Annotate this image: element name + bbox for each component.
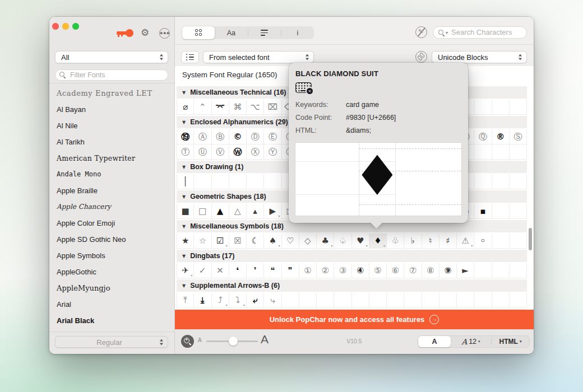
collapse-triangle-icon[interactable]: ▼ xyxy=(182,90,186,95)
char-cell[interactable]: │ xyxy=(177,174,194,189)
font-source-dropdown[interactable]: From selected font xyxy=(203,51,314,63)
char-cell[interactable]: ⑤ xyxy=(369,263,387,278)
char-cell[interactable]: Ⓧ xyxy=(247,144,264,159)
char-cell[interactable]: ⤒ xyxy=(177,293,194,307)
char-cell[interactable]: ◦ xyxy=(474,234,492,248)
close-button[interactable] xyxy=(52,23,59,30)
popchar-key-icon[interactable] xyxy=(117,29,133,38)
char-cell[interactable]: ⌤ xyxy=(212,100,229,114)
char-cell[interactable]: Ⓢ xyxy=(510,129,527,144)
char-cell[interactable]: ✓ xyxy=(194,263,211,278)
char-cell[interactable]: ⌘ xyxy=(229,100,247,114)
char-cell[interactable]: ✕ xyxy=(212,263,229,278)
font-list-item[interactable]: Apple SD Gothic Neo xyxy=(49,231,174,248)
char-cell[interactable]: Ⓔ xyxy=(264,129,281,144)
char-cell[interactable]: ☆ xyxy=(194,234,211,248)
char-cell[interactable]: ⤴▾ xyxy=(212,293,229,307)
font-list-item[interactable]: American Typewriter xyxy=(49,150,174,166)
char-cell[interactable]: ⌃ xyxy=(194,100,211,114)
char-cell[interactable]: ♡ xyxy=(282,234,299,248)
char-cell[interactable]: © xyxy=(229,129,247,144)
char-cell[interactable]: ⑲ xyxy=(177,129,194,144)
char-cell[interactable]: ⤷ xyxy=(264,293,281,307)
char-cell[interactable]: ♭ xyxy=(404,234,422,248)
char-cell[interactable]: ♠▾ xyxy=(264,234,281,248)
char-cell[interactable]: ♤ xyxy=(334,234,351,248)
char-cell[interactable]: ⌧ xyxy=(264,100,281,114)
char-cell[interactable]: ⌥ xyxy=(247,100,264,114)
char-cell[interactable]: ⌀ xyxy=(177,100,194,114)
char-cell[interactable]: ☒ xyxy=(229,234,247,248)
char-cell[interactable]: ☑▾ xyxy=(212,234,229,248)
font-list-item[interactable]: Arial Black xyxy=(49,312,174,329)
section-header[interactable]: ▼Supplemental Arrows-B (6) xyxy=(177,279,527,292)
tab-font-size[interactable]: A 12 ▾ xyxy=(451,336,491,347)
char-cell[interactable]: ♣▾ xyxy=(317,234,334,248)
collapse-triangle-icon[interactable]: ▼ xyxy=(182,283,186,288)
char-cell[interactable]: Ⓐ xyxy=(194,129,211,144)
unlock-banner[interactable]: Unlock PopChar now and access all featur… xyxy=(175,310,534,329)
font-list-item[interactable]: Al Tarikh xyxy=(49,134,174,150)
char-cell[interactable]: ♮ xyxy=(422,234,439,248)
char-cell[interactable]: ④ xyxy=(352,263,369,278)
char-cell[interactable]: ① xyxy=(299,263,317,278)
char-cell[interactable]: ® xyxy=(492,129,510,144)
char-cell[interactable]: Ⓑ xyxy=(212,129,229,144)
font-list-item[interactable]: Al Bayan xyxy=(49,101,174,118)
collapse-triangle-icon[interactable]: ▼ xyxy=(182,120,186,125)
char-cell[interactable]: △ xyxy=(229,204,247,218)
char-cell[interactable]: ✈▾ xyxy=(177,263,194,278)
char-cell[interactable]: ★ xyxy=(177,234,194,248)
char-cell[interactable]: ☾ xyxy=(247,234,264,248)
search-characters-input[interactable]: ▾ Search Characters xyxy=(433,26,527,39)
char-cell[interactable]: ♧ xyxy=(387,234,404,248)
grouping-dropdown[interactable]: Unicode Blocks xyxy=(432,51,527,63)
tab-plain-character[interactable]: A xyxy=(418,336,451,347)
char-cell[interactable]: ⤓ xyxy=(194,293,211,307)
char-cell[interactable]: □ xyxy=(194,204,211,218)
gear-icon[interactable]: ⚙ xyxy=(141,27,149,38)
collapse-triangle-icon[interactable]: ▼ xyxy=(182,194,186,199)
char-cell[interactable]: ⚠▾ xyxy=(457,234,474,248)
font-style-dropdown[interactable]: Regular xyxy=(55,336,168,348)
char-cell[interactable]: ▲ xyxy=(212,204,229,218)
font-list-item[interactable]: Al Nile xyxy=(49,118,174,134)
font-list-item[interactable]: AppleGothic xyxy=(49,264,174,280)
minimize-button[interactable] xyxy=(62,23,69,30)
char-cell[interactable]: ◇ xyxy=(299,234,317,248)
char-cell[interactable]: ▴ xyxy=(247,204,264,218)
char-cell[interactable]: ❛ xyxy=(229,263,247,278)
section-header[interactable]: ▼Dingbats (17) xyxy=(177,250,527,262)
font-list-item[interactable]: Academy Engraved LET xyxy=(49,85,174,101)
tab-grid-view[interactable] xyxy=(182,26,215,39)
font-list-item[interactable]: Apple Braille xyxy=(49,183,174,199)
char-cell[interactable]: ■ xyxy=(177,204,194,218)
char-cell[interactable]: Ⓣ xyxy=(177,144,194,159)
filter-fonts-input[interactable]: Filter Fonts xyxy=(55,69,168,81)
char-cell[interactable]: Ⓦ xyxy=(229,144,247,159)
char-cell[interactable]: ⤵▾ xyxy=(229,293,247,307)
font-list-item[interactable]: AppleMyungjo xyxy=(49,280,174,296)
vertical-scrollbar[interactable] xyxy=(529,228,532,250)
tab-font-preview[interactable]: Aa xyxy=(215,26,247,39)
font-list-item[interactable]: Andale Mono xyxy=(49,166,174,183)
font-list-item[interactable]: Arial xyxy=(49,296,174,312)
char-cell[interactable]: ⑥ xyxy=(387,263,404,278)
char-cell[interactable]: Ⓓ xyxy=(247,129,264,144)
collapse-triangle-icon[interactable]: ▼ xyxy=(182,224,186,229)
char-cell[interactable]: ▪ xyxy=(474,204,492,218)
char-cell[interactable]: ⑦ xyxy=(404,263,422,278)
tab-list-view[interactable] xyxy=(248,26,281,39)
font-list-item[interactable]: Apple Chancery xyxy=(49,199,174,215)
char-cell[interactable]: ⤶ xyxy=(247,293,264,307)
font-list-item[interactable]: Apple Symbols xyxy=(49,248,174,264)
char-cell[interactable]: ► xyxy=(457,263,474,278)
char-cell[interactable]: ♦▾ xyxy=(369,234,387,248)
char-cell[interactable]: ▶▾ xyxy=(264,204,281,218)
char-cell[interactable]: Ⓤ xyxy=(194,144,211,159)
search-options-chevron-icon[interactable]: ▾ xyxy=(446,30,448,35)
no-edit-icon[interactable]: ✎ xyxy=(415,26,427,38)
link-icon[interactable] xyxy=(415,51,427,63)
char-cell[interactable]: ❜ xyxy=(247,263,264,278)
block-list-button[interactable] xyxy=(181,51,199,63)
